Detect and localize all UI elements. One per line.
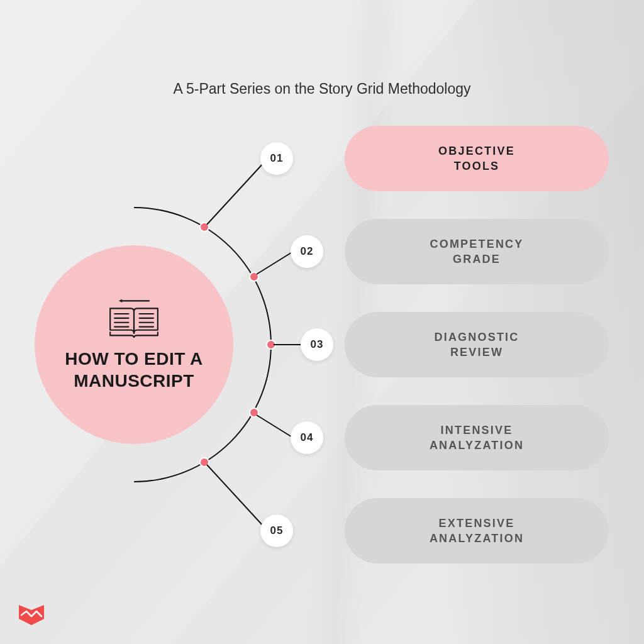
book-pencil-icon bbox=[107, 297, 161, 338]
step-label-03: DIAGNOSTIC REVIEW bbox=[434, 330, 519, 360]
svg-point-0 bbox=[200, 223, 209, 231]
step-label-02: COMPETENCY GRADE bbox=[430, 236, 523, 267]
step-pill-03: DIAGNOSTIC REVIEW bbox=[345, 312, 609, 377]
svg-line-8 bbox=[257, 415, 293, 438]
brand-logo-icon bbox=[16, 604, 47, 628]
step-label-01: OBJECTIVE TOOLS bbox=[438, 143, 515, 174]
step-number-03: 03 bbox=[301, 328, 333, 361]
step-label-04: INTENSIVE ANALYZATION bbox=[430, 423, 524, 453]
step-pill-02: COMPETENCY GRADE bbox=[345, 219, 609, 284]
subtitle-text: A 5-Part Series on the Story Grid Method… bbox=[0, 80, 644, 97]
step-number-04: 04 bbox=[291, 421, 323, 454]
svg-point-4 bbox=[200, 458, 209, 467]
svg-point-1 bbox=[250, 272, 258, 281]
step-label-05: EXTENSIVE ANALYZATION bbox=[430, 516, 524, 547]
svg-point-2 bbox=[267, 340, 275, 349]
svg-line-5 bbox=[207, 162, 264, 225]
step-pill-01: OBJECTIVE TOOLS bbox=[345, 126, 609, 191]
step-number-01: 01 bbox=[260, 142, 293, 175]
step-number-02: 02 bbox=[291, 235, 323, 268]
svg-line-6 bbox=[257, 252, 293, 274]
hub-title: HOW TO EDIT A MANUSCRIPT bbox=[65, 348, 203, 392]
step-pill-04: INTENSIVE ANALYZATION bbox=[345, 405, 609, 470]
diagram-canvas: A 5-Part Series on the Story Grid Method… bbox=[0, 0, 644, 644]
step-number-05: 05 bbox=[260, 514, 293, 547]
hub-circle: HOW TO EDIT A MANUSCRIPT bbox=[35, 245, 233, 444]
svg-marker-11 bbox=[119, 299, 122, 303]
svg-point-3 bbox=[250, 408, 258, 417]
step-pill-05: EXTENSIVE ANALYZATION bbox=[345, 498, 609, 564]
svg-line-9 bbox=[207, 465, 264, 527]
